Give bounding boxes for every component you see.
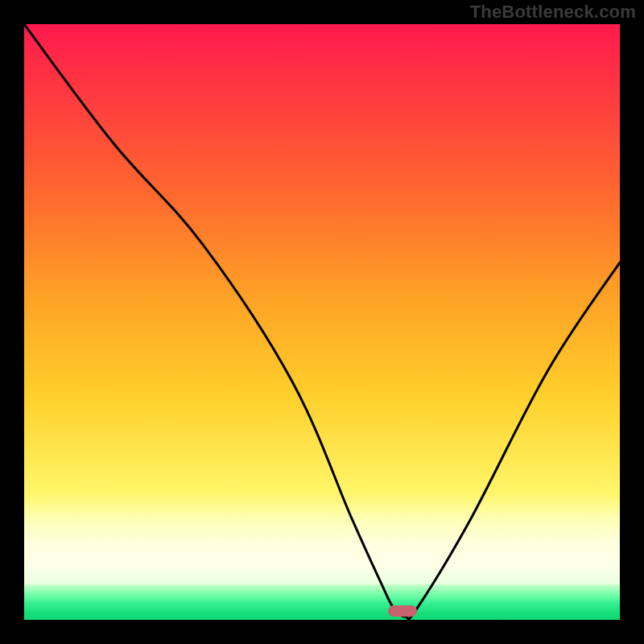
curve-path: [24, 24, 620, 619]
watermark-text: TheBottleneck.com: [470, 2, 636, 23]
plot-area: [24, 24, 620, 620]
optimal-marker: [388, 605, 417, 617]
bottleneck-curve: [24, 24, 620, 620]
chart-frame: TheBottleneck.com: [0, 0, 644, 644]
